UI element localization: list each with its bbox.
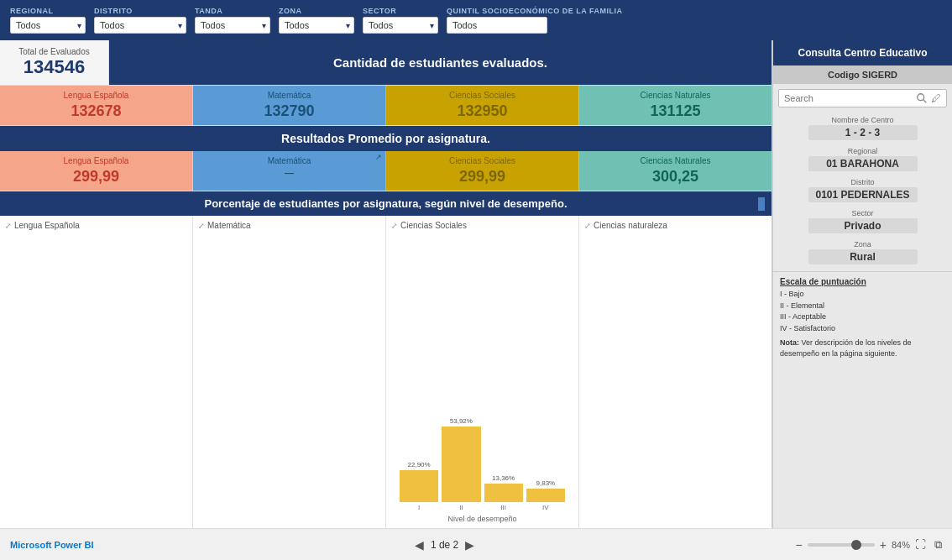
fullscreen-icon[interactable]: ⛶ [915, 538, 926, 552]
field-sector: Sector Privado [773, 206, 952, 237]
bar-IV [526, 489, 565, 502]
bar-x-II: II [459, 504, 463, 511]
x-axis-label: Nivel de desempeño [391, 515, 573, 523]
expand-icon-mat[interactable]: ⤢ [198, 222, 205, 230]
bar-chart-social: 22,90% I 53,92% II 13, [391, 233, 573, 523]
bar-x-I: I [418, 504, 420, 511]
main-title-banner: Cantidad de estudiantes evaluados. [109, 40, 772, 85]
promedio-card-lengua: Lengua Española 299,99 [0, 151, 193, 191]
search-input[interactable] [784, 93, 913, 103]
powerbi-link[interactable]: Microsoft Power BI [10, 540, 94, 550]
scale-section: Escala de puntuación I - Bajo II - Eleme… [773, 271, 952, 364]
promedio-title: Resultados Promedio por asignatura. [281, 132, 490, 145]
regional-filter: REGIONAL Todos [10, 7, 86, 34]
expand-icon-lengua[interactable]: ⤢ [5, 222, 12, 230]
scale-title: Escala de puntuación [780, 277, 945, 286]
svg-point-0 [918, 94, 924, 101]
chart-title-nat: ⤢ Ciencias naturaleza [584, 221, 766, 230]
bar-group-II: 53,92% II [442, 417, 480, 511]
expand-icon-social[interactable]: ⤢ [391, 222, 398, 230]
chart-title-mat: ⤢ Matemática [198, 221, 380, 230]
total-label: Total de Evaluados [12, 47, 97, 56]
prom-value-2: 299,99 [395, 168, 570, 186]
field-value-nombre: 1 - 2 - 3 [808, 125, 918, 140]
expand-icon-nat[interactable]: ⤢ [584, 222, 591, 230]
regional-select[interactable]: Todos [10, 17, 86, 34]
brush-icon[interactable]: 🖊 [931, 92, 941, 104]
subject-stats-row: Lengua Española 132678 Matemática 132790… [0, 86, 772, 126]
promedio-stats-row: Lengua Española 299,99 Matemática — ↗ Ci… [0, 151, 772, 191]
field-value-zona: Rural [808, 249, 918, 264]
subj-label-1: Matemática [201, 91, 377, 100]
field-label-distrito: Distrito [780, 178, 945, 186]
subj-value-0: 132678 [8, 102, 184, 120]
zoom-minus[interactable]: − [796, 538, 803, 552]
regional-label: REGIONAL [10, 7, 86, 15]
field-value-regional: 01 BARAHONA [808, 156, 918, 171]
tanda-filter: TANDA Todos [195, 7, 270, 34]
field-distrito: Distrito 0101 PEDERNALES [773, 175, 952, 206]
svg-line-1 [923, 100, 927, 103]
total-evaluados-box: Total de Evaluados 134546 [0, 40, 109, 85]
promedio-card-social: Ciencias Sociales 299,99 [386, 151, 579, 191]
prom-value-3: 300,25 [588, 168, 763, 186]
window-icon[interactable]: ⧉ [934, 538, 942, 552]
sector-select[interactable]: Todos [363, 17, 438, 34]
scale-item-2: III - Aceptable [780, 311, 945, 323]
subject-card-mat: Matemática 132790 [193, 86, 386, 125]
zona-label: ZONA [279, 7, 354, 15]
field-value-sector: Privado [808, 218, 918, 233]
subj-value-2: 132950 [395, 102, 570, 120]
scale-item-0: I - Bajo [780, 289, 945, 301]
zoom-plus[interactable]: + [880, 538, 887, 552]
bar-label-I: 22,90% [408, 461, 431, 468]
prom-value-1: — [201, 168, 377, 178]
quintil-label: QUINTIL SOCIOECONÓMICO DE LA FAMILIA [447, 7, 623, 15]
field-zona: Zona Rural [773, 237, 952, 268]
bar-group-I: 22,90% I [400, 461, 438, 511]
prom-label-1: Matemática [201, 156, 377, 165]
chart-title-social: ⤢ Ciencias Sociales [391, 221, 573, 230]
subj-value-3: 131125 [588, 102, 763, 120]
scale-item-3: IV - Satisfactorio [780, 323, 945, 335]
zoom-level: 84% [892, 540, 910, 550]
chart-panel-social: ⤢ Ciencias Sociales 22,90% I [386, 216, 579, 528]
quintil-select[interactable]: Todos [447, 17, 547, 34]
zoom-slider[interactable] [808, 543, 875, 547]
bar-x-III: III [500, 504, 506, 511]
total-value: 134546 [12, 56, 97, 78]
search-icon [916, 92, 928, 104]
bar-x-IV: IV [542, 504, 549, 511]
tanda-label: TANDA [195, 7, 270, 15]
quintil-filter: QUINTIL SOCIOECONÓMICO DE LA FAMILIA Tod… [447, 7, 623, 34]
prev-page-button[interactable]: ◀ [415, 538, 424, 552]
sector-filter: SECTOR Todos [363, 7, 438, 34]
scale-note-text: Ver descripción de los niveles de desemp… [780, 338, 912, 358]
distrito-filter: DISTRITO Todos [94, 7, 186, 34]
bar-III [484, 484, 523, 502]
promedio-card-nat: Ciencias Naturales 300,25 [579, 151, 772, 191]
zona-filter: ZONA Todos [279, 7, 354, 34]
prom-label-0: Lengua Española [8, 156, 184, 165]
bar-I [400, 470, 438, 502]
distrito-select[interactable]: Todos [94, 17, 186, 34]
bar-label-II: 53,92% [450, 417, 473, 425]
chart-placeholder-mat [198, 233, 380, 523]
next-page-button[interactable]: ▶ [465, 538, 474, 552]
charts-banner: Porcentaje de estudiantes por asignatura… [0, 191, 772, 216]
zona-select[interactable]: Todos [279, 17, 354, 34]
zoom-controls: − + 84% ⛶ ⧉ [796, 538, 942, 552]
subj-label-0: Lengua Española [8, 91, 184, 100]
tanda-select[interactable]: Todos [195, 17, 270, 34]
right-panel-title: Consulta Centro Educativo [773, 40, 952, 65]
chart-content-mat [198, 233, 380, 523]
right-panel-subtitle: Codigo SIGERD [773, 65, 952, 84]
chart-title-lengua: ⤢ Lengua Española [5, 221, 187, 230]
pagination: ◀ 1 de 2 ▶ [415, 538, 474, 552]
sector-label: SECTOR [363, 7, 438, 15]
field-label-zona: Zona [780, 240, 945, 249]
zoom-slider-thumb[interactable] [851, 540, 861, 550]
subject-card-social: Ciencias Sociales 132950 [386, 86, 579, 125]
subject-card-nat: Ciencias Naturales 131125 [579, 86, 772, 125]
chart-content-lengua [5, 233, 187, 523]
